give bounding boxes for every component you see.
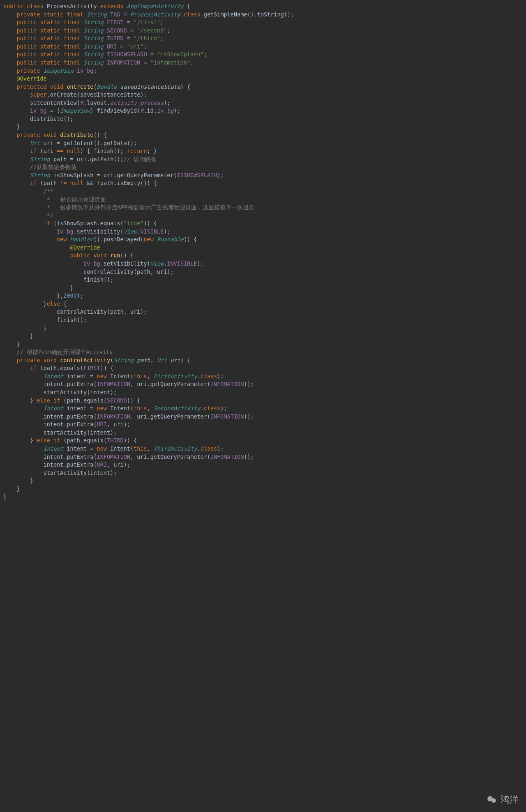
token-op: ; — [167, 27, 170, 34]
token-op: ); — [197, 260, 203, 267]
token-op: finish(); — [3, 276, 113, 283]
code-line: protected void onCreate(Bundle savedInst… — [3, 83, 526, 91]
code-line: setContentView(R.layout.activity_process… — [3, 99, 526, 107]
code-line: public static final String URI = "uri"; — [3, 43, 526, 51]
code-line: Intent intent = new Intent(this, FirstAc… — [3, 372, 526, 381]
token-str: "infomation" — [150, 59, 191, 66]
token-fn: controlActivity — [60, 357, 110, 363]
token-op: setContentView( — [3, 99, 80, 106]
code-line: } else if (path.equals(THIRD)) { — [3, 437, 526, 445]
token-op: onCreate(savedInstanceState); — [50, 91, 147, 98]
token-op: ; } — [147, 148, 157, 154]
token-kw: public static final — [17, 19, 84, 25]
token-kw: extends — [100, 3, 127, 9]
token-op: putExtra( — [67, 381, 97, 387]
token-dot: . — [100, 140, 104, 146]
code-line: public static final String THIRD = "/thi… — [3, 35, 526, 43]
code-line: String isShowSplash = uri.getQueryParame… — [3, 171, 526, 180]
watermark: 鸿洋 — [487, 793, 519, 806]
token-op — [3, 75, 17, 82]
token-op — [104, 19, 107, 25]
code-line: Intent intent = new Intent(this, SecondA… — [3, 405, 526, 413]
token-op: getData(); — [104, 140, 137, 146]
token-kw: private void — [17, 132, 60, 138]
token-op: getQueryParameter( — [150, 381, 210, 387]
token-cmt: * 很多情况下从外部开启APP需要展示广告或者欢迎页面，这里模拟下一欢迎页 — [44, 204, 254, 211]
token-field: VISIBLE — [140, 228, 164, 235]
token-dot: . — [143, 107, 147, 114]
token-op: ); — [220, 405, 227, 412]
token-op — [3, 220, 44, 227]
token-op: intent — [3, 421, 63, 428]
token-op — [3, 27, 17, 34]
token-purple: R — [80, 99, 83, 106]
token-field: URI — [97, 421, 107, 428]
token-op: intent — [3, 461, 63, 468]
code-line: finish(); — [3, 276, 526, 284]
code-line: */ — [3, 212, 526, 220]
token-kw: class — [201, 373, 217, 379]
token-type: View — [150, 260, 164, 267]
token-type: Uri — [30, 140, 40, 146]
token-kw: if — [44, 220, 53, 227]
token-str: "uri" — [127, 43, 144, 50]
token-type: Runnable — [157, 236, 184, 243]
token-op — [3, 59, 17, 66]
token-op: = — [120, 11, 130, 18]
token-op: ; — [204, 51, 207, 58]
code-line: intent.putExtra(INFOMATION, uri.getQuery… — [3, 380, 526, 389]
token-op: postDelayed( — [104, 236, 144, 243]
token-op: Intent( — [110, 405, 134, 412]
token-op: )) { — [124, 437, 137, 444]
token-dot: . — [154, 107, 157, 114]
token-op — [3, 156, 30, 162]
token-type: ImageView — [44, 67, 74, 74]
token-op — [3, 405, 44, 412]
token-dot: . — [80, 437, 83, 444]
token-op: } — [3, 325, 47, 331]
token-kw: public static final — [17, 35, 84, 42]
token-field: iv_bg — [77, 67, 94, 74]
code-line: new Handler().postDelayed(new Runnable()… — [3, 236, 526, 244]
token-op — [104, 35, 107, 42]
code-line: } — [3, 123, 526, 131]
token-op: putExtra( — [67, 461, 97, 468]
token-op: } — [3, 301, 47, 307]
token-op — [117, 83, 120, 90]
token-op: () { — [120, 252, 134, 259]
code-line: if (uri == null) { finish(); return; } — [3, 147, 526, 155]
token-op: = — [124, 19, 134, 25]
token-field: ISSHOWSPLASH — [107, 51, 147, 58]
code-line: } else if (path.equals(SECOND)) { — [3, 397, 526, 405]
token-op: intent = — [63, 405, 97, 412]
token-dot: . — [254, 11, 257, 18]
token-field: URI — [107, 43, 117, 50]
code-line: public void run() { — [3, 252, 526, 260]
token-op — [3, 164, 30, 170]
token-op: distribute(); — [3, 116, 74, 122]
token-field: SECOND — [107, 27, 127, 34]
token-op — [3, 228, 57, 235]
token-op: ); — [217, 172, 224, 178]
token-kw: else if — [37, 437, 63, 444]
token-op: = — [124, 35, 134, 42]
token-kw: private — [17, 67, 44, 74]
token-kw: ! — [97, 180, 100, 186]
code-line: //获取指定参数值 — [3, 163, 526, 171]
token-op: , uri); — [107, 421, 130, 428]
token-op: toString(); — [257, 11, 294, 18]
code-line: // 根据Path确定开启哪个Activity — [3, 348, 526, 356]
token-op: { — [63, 301, 67, 307]
token-type: ImageView — [60, 107, 90, 114]
token-cmt: /** — [44, 188, 53, 194]
token-dot: . — [147, 413, 150, 420]
token-kw: new — [57, 236, 70, 243]
token-op: startActivity(intent); — [3, 429, 117, 436]
token-dot: . — [100, 260, 104, 267]
token-kw: new — [143, 236, 157, 243]
token-op — [3, 11, 17, 18]
code-line: private void controlActivity(String path… — [3, 356, 526, 365]
token-fn: distribute — [60, 132, 93, 138]
code-line: intent.putExtra(URI, uri); — [3, 421, 526, 429]
token-op: } — [3, 486, 20, 492]
